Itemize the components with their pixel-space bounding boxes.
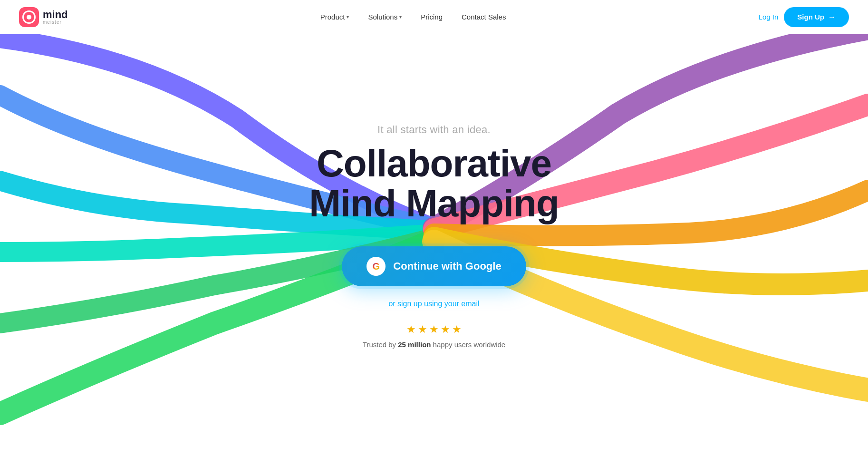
logo-mind: mind <box>43 10 68 20</box>
star-2: ★ <box>418 323 427 336</box>
nav-links: Product ▾ Solutions ▾ Pricing Contact Sa… <box>313 9 514 25</box>
star-4: ★ <box>441 323 450 336</box>
nav-contact-sales[interactable]: Contact Sales <box>454 9 513 25</box>
chevron-down-icon: ▾ <box>399 14 402 19</box>
star-3: ★ <box>429 323 439 336</box>
nav-solutions[interactable]: Solutions ▾ <box>360 9 409 25</box>
star-rating: ★ ★ ★ ★ ★ <box>406 323 462 336</box>
trust-text: Trusted by 25 million happy users worldw… <box>363 340 505 349</box>
logo-icon <box>19 7 39 27</box>
nav-pricing[interactable]: Pricing <box>413 9 450 25</box>
star-5: ★ <box>452 323 462 336</box>
navigation: mind meister Product ▾ Solutions ▾ Prici… <box>0 0 868 34</box>
email-signup-link[interactable]: or sign up using your email <box>388 300 479 308</box>
login-link[interactable]: Log In <box>759 13 779 21</box>
hero-title: Collaborative Mind Mapping <box>309 144 559 224</box>
arrow-icon: → <box>828 13 836 21</box>
google-icon: G <box>366 257 386 276</box>
logo-meister: meister <box>43 20 68 25</box>
chevron-down-icon: ▾ <box>347 14 349 19</box>
hero-section: It all starts with an idea. Collaborativ… <box>0 0 868 457</box>
signup-button[interactable]: Sign Up → <box>784 7 849 27</box>
continue-with-google-button[interactable]: G Continue with Google <box>342 246 526 286</box>
star-1: ★ <box>406 323 416 336</box>
hero-content: It all starts with an idea. Collaborativ… <box>309 124 559 349</box>
logo[interactable]: mind meister <box>19 7 68 27</box>
nav-product[interactable]: Product ▾ <box>313 9 357 25</box>
hero-subtitle: It all starts with an idea. <box>377 124 491 136</box>
nav-actions: Log In Sign Up → <box>759 7 849 27</box>
